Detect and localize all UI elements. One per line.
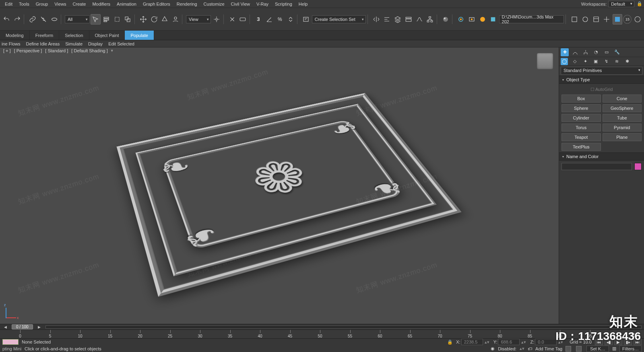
time-tag-icon[interactable]: 🏷 — [528, 346, 532, 351]
prim-pyramid[interactable]: Pyramid — [603, 124, 642, 132]
rollout-name-and-color[interactable]: Name and Color — [559, 152, 644, 161]
key-filters-button[interactable]: Filters… — [619, 346, 642, 352]
tab-create-icon[interactable]: ✚ — [561, 48, 569, 56]
angle-snap-button[interactable] — [264, 14, 274, 25]
vp-render[interactable]: [ Standard ] — [44, 48, 69, 53]
prim-cone[interactable]: Cone — [603, 95, 642, 103]
tab-utilities-icon[interactable]: 🔧 — [613, 48, 621, 56]
disabled-stepper-icon[interactable]: ▴▾ — [520, 346, 524, 351]
window-crossing-button[interactable] — [123, 14, 133, 25]
cat-shapes-icon[interactable]: ◇ — [571, 58, 578, 65]
ribbon-tab-populate[interactable]: Populate — [125, 31, 154, 40]
redo-button[interactable] — [12, 14, 23, 25]
cat-geometry-icon[interactable]: ◯ — [561, 58, 568, 65]
autogrid-checkbox[interactable]: ☐ AutoGrid — [561, 85, 642, 95]
substrip-simulate[interactable]: Simulate — [65, 41, 83, 46]
ribbon-tab-selection[interactable]: Selection — [59, 31, 89, 40]
project-path-field[interactable]: D:\ZHM\Docum…3ds Max 202 — [499, 15, 564, 23]
prim-plane[interactable]: Plane — [603, 133, 642, 141]
tab-hierarchy-icon[interactable] — [582, 48, 590, 56]
menu-views[interactable]: Views — [51, 1, 69, 7]
primitive-category-combo[interactable]: Standard Primitives — [561, 67, 642, 75]
menu-vray[interactable]: V-Ray — [253, 1, 272, 7]
menu-edit[interactable]: Edit — [2, 1, 16, 7]
time-slider[interactable]: ◀ 0 / 100 ▶ — [0, 324, 644, 329]
menu-scripting[interactable]: Scripting — [272, 1, 295, 7]
utility-btn-6[interactable] — [632, 14, 642, 25]
link-button[interactable] — [28, 14, 38, 25]
scale-button[interactable] — [160, 14, 170, 25]
viewcube[interactable] — [537, 53, 553, 69]
substrip-ineflows[interactable]: ine Flows — [2, 41, 20, 46]
percent-snap-button[interactable]: % — [275, 14, 285, 25]
maxscript-mini-label[interactable]: pting Mini — [2, 346, 21, 351]
menu-help[interactable]: Help — [295, 1, 311, 7]
add-time-tag[interactable]: Add Time Tag — [535, 346, 562, 351]
menu-customize[interactable]: Customize — [200, 1, 228, 7]
setkey-toggle[interactable] — [576, 346, 582, 352]
play-button[interactable]: ▶ — [614, 339, 622, 345]
tab-display-icon[interactable]: ▭ — [603, 48, 611, 56]
substrip-editsel[interactable]: Edit Selected — [108, 41, 134, 46]
rollout-object-type[interactable]: Object Type — [559, 76, 644, 84]
workspaces-combo[interactable]: Default — [608, 1, 634, 7]
substrip-defineidle[interactable]: Define Idle Areas — [26, 41, 60, 46]
placement-button[interactable] — [171, 14, 181, 25]
select-manipulate-button[interactable] — [227, 14, 237, 25]
maxscript-swatch[interactable] — [2, 339, 19, 345]
render-setup-button[interactable] — [456, 14, 466, 25]
menu-civilview[interactable]: Civil View — [228, 1, 253, 7]
time-slider-knob[interactable]: 0 / 100 — [12, 324, 33, 329]
render-prod-button[interactable] — [477, 14, 487, 25]
toggle-ribbon-button[interactable] — [404, 14, 414, 25]
coord-x-field[interactable]: 2238.5 — [461, 339, 483, 345]
utility-btn-4[interactable] — [602, 14, 612, 25]
cat-lights-icon[interactable]: ✦ — [582, 58, 589, 65]
menu-animation[interactable]: Animation — [114, 1, 140, 7]
isolate-toggle-icon[interactable]: ◉ — [491, 346, 495, 351]
menu-modifiers[interactable]: Modifiers — [89, 1, 114, 7]
rect-region-button[interactable] — [112, 14, 122, 25]
align-button[interactable] — [382, 14, 392, 25]
prim-tube[interactable]: Tube — [603, 114, 642, 122]
goto-start-button[interactable]: ⏮ — [595, 339, 603, 345]
next-key-icon[interactable]: ▶ — [36, 325, 42, 329]
prim-torus[interactable]: Torus — [561, 124, 601, 132]
workspace-lock-icon[interactable]: 🔒 — [637, 1, 642, 6]
vp-view[interactable]: [ Perspective ] — [13, 48, 43, 53]
ribbon-tab-objectpaint[interactable]: Object Paint — [89, 31, 125, 40]
move-button[interactable] — [138, 14, 148, 25]
prev-key-icon[interactable]: ◀ — [2, 325, 8, 329]
coord-z-field[interactable]: 0.0 — [535, 339, 557, 345]
mirror-button[interactable] — [371, 14, 381, 25]
prim-textplus[interactable]: TextPlus — [561, 143, 601, 151]
pivot-center-button[interactable] — [212, 14, 222, 25]
rotate-button[interactable] — [149, 14, 159, 25]
ribbon-tab-modeling[interactable]: Modeling — [0, 31, 30, 40]
prim-box[interactable]: Box — [561, 95, 601, 103]
select-object-button[interactable] — [91, 14, 101, 25]
cat-helpers-icon[interactable]: ↯ — [603, 58, 610, 65]
ribbon-tab-freeform[interactable]: Freeform — [30, 31, 60, 40]
menu-tools[interactable]: Tools — [16, 1, 33, 7]
menu-grapheditors[interactable]: Graph Editors — [140, 1, 173, 7]
cat-systems-icon[interactable]: ✱ — [623, 58, 631, 65]
viewport-label[interactable]: [ + ] [ Perspective ] [ Standard ] [ Def… — [2, 48, 114, 53]
substrip-display[interactable]: Display — [88, 41, 103, 46]
schematic-view-button[interactable] — [425, 14, 435, 25]
viewport-perspective[interactable]: [ + ] [ Perspective ] [ Standard ] [ Def… — [0, 47, 559, 324]
keyfilters-icon[interactable]: ▥ — [612, 346, 616, 351]
timeline-ruler[interactable]: 05101520253035404550556065707580859095 1… — [0, 329, 644, 338]
material-editor-button[interactable] — [440, 14, 450, 25]
object-color-swatch[interactable] — [634, 163, 642, 170]
curve-editor-button[interactable] — [414, 14, 424, 25]
layer-explorer-button[interactable] — [393, 14, 403, 25]
next-frame-button[interactable]: ▮▸ — [624, 339, 632, 345]
keyboard-shortcut-toggle[interactable] — [238, 14, 248, 25]
coord-y-field[interactable]: 688.6 — [498, 339, 520, 345]
tab-modify-icon[interactable] — [571, 48, 579, 56]
set-key-button[interactable]: Set K… — [586, 346, 609, 352]
utility-btn-1[interactable] — [570, 14, 580, 25]
goto-end-button[interactable]: ⏭ — [634, 339, 642, 345]
utility-btn-2[interactable] — [580, 14, 590, 25]
